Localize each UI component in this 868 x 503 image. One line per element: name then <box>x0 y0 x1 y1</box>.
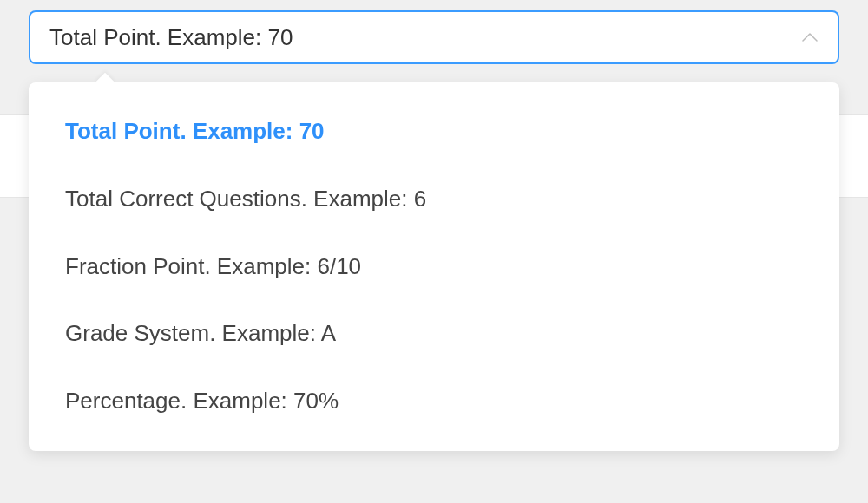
dropdown-option-total-correct[interactable]: Total Correct Questions. Example: 6 <box>29 166 839 233</box>
select-input[interactable]: Total Point. Example: 70 <box>29 10 839 64</box>
option-label: Grade System. Example: A <box>65 320 336 346</box>
option-label: Percentage. Example: 70% <box>65 388 339 414</box>
chevron-up-icon <box>801 29 819 46</box>
option-label: Total Correct Questions. Example: 6 <box>65 186 426 212</box>
dropdown-option-total-point[interactable]: Total Point. Example: 70 <box>29 98 839 166</box>
select-value: Total Point. Example: 70 <box>49 24 293 51</box>
score-type-select: Total Point. Example: 70 Total Point. Ex… <box>29 10 839 64</box>
dropdown-option-percentage[interactable]: Percentage. Example: 70% <box>29 368 839 435</box>
dropdown-option-fraction-point[interactable]: Fraction Point. Example: 6/10 <box>29 233 839 301</box>
option-label: Fraction Point. Example: 6/10 <box>65 253 361 279</box>
dropdown-panel: Total Point. Example: 70 Total Correct Q… <box>29 82 839 451</box>
dropdown-option-grade-system[interactable]: Grade System. Example: A <box>29 300 839 368</box>
option-label: Total Point. Example: 70 <box>65 118 325 144</box>
